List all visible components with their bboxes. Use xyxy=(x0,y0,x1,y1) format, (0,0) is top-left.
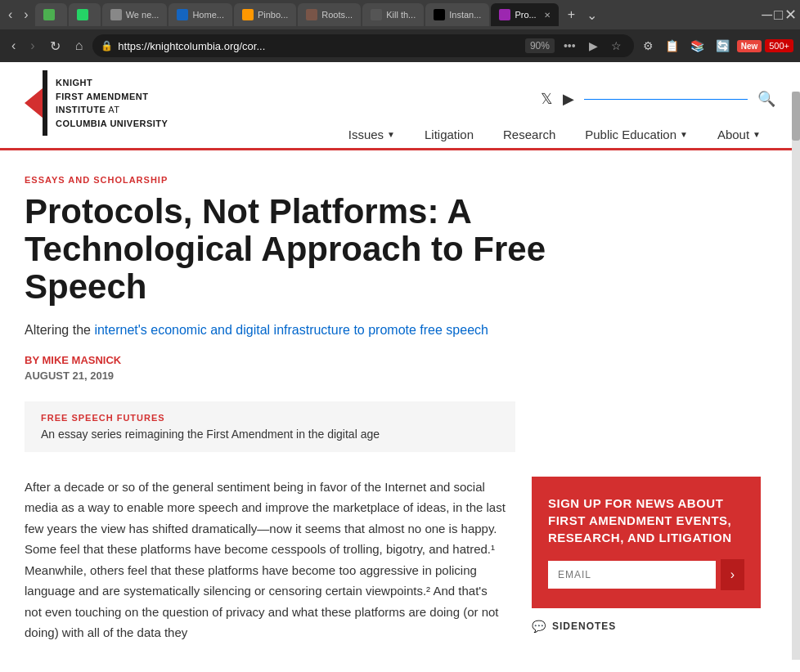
search-bar-line xyxy=(584,99,748,100)
tab-favicon xyxy=(177,9,188,20)
nav-arrow-public-ed: ▼ xyxy=(680,130,688,139)
subtitle-link[interactable]: internet's economic and digital infrastr… xyxy=(94,323,488,337)
tab-favicon xyxy=(499,9,510,20)
home-button[interactable]: ⌂ xyxy=(70,35,88,56)
tab-pinbo[interactable]: Pinbo... xyxy=(234,3,296,26)
nav-item-issues[interactable]: Issues ▼ xyxy=(334,121,410,148)
series-tag: FREE SPEECH FUTURES xyxy=(41,413,499,423)
tab-label: Roots... xyxy=(321,10,353,20)
search-button[interactable]: 🔍 xyxy=(757,90,775,108)
tab-actions: + ⌄ xyxy=(564,6,601,25)
reload-button[interactable]: ↻ xyxy=(45,35,65,57)
logo-text: KNIGHT FIRST AMENDMENT INSTITUTE at COLU… xyxy=(56,76,168,130)
back-button[interactable]: ‹ xyxy=(7,35,20,56)
library-icon[interactable]: 📚 xyxy=(686,37,708,55)
tab-whatsapp[interactable] xyxy=(69,3,101,26)
nav-item-public-education[interactable]: Public Education ▼ xyxy=(570,121,703,148)
signup-title: SIGN UP FOR NEWS ABOUT FIRST AMENDMENT E… xyxy=(548,495,744,546)
sidenotes-bar: 💬 SIDENOTES xyxy=(532,620,761,633)
main-nav: Issues ▼ Litigation Research Public Educ… xyxy=(334,121,775,148)
sidenotes-icon: 💬 xyxy=(532,620,546,633)
forward-button[interactable]: › xyxy=(25,35,39,56)
tab-list-back[interactable]: ‹ xyxy=(3,4,17,25)
logo-line1: KNIGHT xyxy=(56,76,168,90)
tab-label: We ne... xyxy=(126,10,160,20)
youtube-icon[interactable]: ▶ xyxy=(563,90,574,108)
tab-label: Home... xyxy=(192,10,224,20)
extensions-button[interactable]: ⚙ xyxy=(639,37,658,55)
signup-box: SIGN UP FOR NEWS ABOUT FIRST AMENDMENT E… xyxy=(532,477,761,608)
social-search: 𝕏 ▶ 🔍 xyxy=(541,90,775,108)
maximize-button[interactable]: □ xyxy=(774,7,783,24)
star-icon[interactable]: ☆ xyxy=(607,37,626,55)
tab-favicon xyxy=(306,9,317,20)
minimize-button[interactable]: ─ xyxy=(762,7,772,24)
new-tab-button[interactable]: + xyxy=(564,6,579,24)
more-button[interactable]: ••• xyxy=(560,37,580,55)
scrollbar[interactable] xyxy=(792,92,800,660)
pocket-icon[interactable]: ▶ xyxy=(585,37,602,55)
firefox-sync-icon[interactable]: 🔄 xyxy=(712,37,734,55)
email-input[interactable] xyxy=(548,561,716,589)
tab-list-dropdown[interactable]: ⌄ xyxy=(582,6,601,25)
two-col-layout: After a decade or so of the general sent… xyxy=(25,477,761,643)
tab-pro-active[interactable]: Pro... ✕ xyxy=(491,3,558,26)
sidebar-signup: SIGN UP FOR NEWS ABOUT FIRST AMENDMENT E… xyxy=(532,477,761,643)
tab-label: Pro... xyxy=(515,10,536,20)
nav-item-about[interactable]: About ▼ xyxy=(703,121,775,148)
series-desc: An essay series reimagining the First Am… xyxy=(41,428,499,441)
tab-favicon xyxy=(434,9,445,20)
tab-favicon xyxy=(242,9,254,20)
scrollbar-thumb[interactable] xyxy=(792,92,800,141)
twitter-icon[interactable]: 𝕏 xyxy=(541,90,553,108)
nav-arrow-issues: ▼ xyxy=(387,130,395,139)
tab-favicon xyxy=(371,9,382,20)
logo-line2: FIRST AMENDMENT xyxy=(56,90,168,104)
sidenotes-label: SIDENOTES xyxy=(552,620,616,632)
tab-roots[interactable]: Roots... xyxy=(298,3,361,26)
nav-item-litigation[interactable]: Litigation xyxy=(410,121,488,148)
section-tag: ESSAYS AND SCHOLARSHIP xyxy=(25,175,761,185)
article-title: Protocols, Not Platforms: A Technologica… xyxy=(25,193,638,307)
tab-we[interactable]: We ne... xyxy=(102,3,168,26)
tab-kill[interactable]: Kill th... xyxy=(362,3,424,26)
close-button[interactable]: ✕ xyxy=(784,6,797,24)
addon-icon-1[interactable]: 500+ xyxy=(765,39,793,52)
logo-area: KNIGHT FIRST AMENDMENT INSTITUTE at COLU… xyxy=(25,70,168,148)
zoom-level: 90% xyxy=(525,38,555,53)
article-subtitle: Altering the internet's economic and dig… xyxy=(25,323,761,338)
tab-favicon xyxy=(110,9,122,20)
tab-label: Instan... xyxy=(449,10,481,20)
site-header: KNIGHT FIRST AMENDMENT INSTITUTE at COLU… xyxy=(0,62,800,150)
nav-item-research[interactable]: Research xyxy=(488,121,570,148)
tab-favicon xyxy=(77,9,88,20)
address-bar-wrapper: 🔒 90% ••• ▶ ☆ xyxy=(92,34,633,57)
email-submit-button[interactable]: › xyxy=(721,559,744,590)
series-box: FREE SPEECH FUTURES An essay series reim… xyxy=(25,401,515,452)
tab-bar: ‹ › We ne... Home... Pinbo... Roots... xyxy=(0,0,800,29)
nav-arrow-about: ▼ xyxy=(753,130,761,139)
logo-triangle xyxy=(25,88,43,118)
tab-phone[interactable] xyxy=(35,3,67,26)
author-link[interactable]: MIKE MASNICK xyxy=(42,354,121,366)
new-badge: New xyxy=(737,40,762,52)
tab-label: Kill th... xyxy=(386,10,416,20)
tab-favicon xyxy=(43,9,55,20)
logo-bar xyxy=(43,70,47,136)
tab-home[interactable]: Home... xyxy=(169,3,232,26)
logo-line4: COLUMBIA UNIVERSITY xyxy=(56,117,168,131)
article-date: AUGUST 21, 2019 xyxy=(25,370,761,382)
lock-icon: 🔒 xyxy=(101,40,113,52)
tab-list-forward[interactable]: › xyxy=(19,4,33,25)
tab-close-icon[interactable]: ✕ xyxy=(544,11,551,20)
article-first-paragraph: After a decade or so of the general sent… xyxy=(25,477,507,643)
logo-line3: INSTITUTE at xyxy=(56,103,168,117)
content-area: ESSAYS AND SCHOLARSHIP Protocols, Not Pl… xyxy=(0,150,785,660)
toolbar: ‹ › ↻ ⌂ 🔒 90% ••• ▶ ☆ ⚙ 📋 📚 🔄 New 500+ xyxy=(0,29,800,62)
logo-symbol xyxy=(25,70,47,136)
nav-area: 𝕏 ▶ 🔍 Issues ▼ Litigation Research xyxy=(334,90,775,148)
pocket-toolbar-icon[interactable]: 📋 xyxy=(661,37,683,55)
address-input[interactable] xyxy=(118,40,520,52)
toolbar-icons: ⚙ 📋 📚 🔄 New 500+ xyxy=(639,37,793,55)
tab-instan[interactable]: Instan... xyxy=(425,3,489,26)
